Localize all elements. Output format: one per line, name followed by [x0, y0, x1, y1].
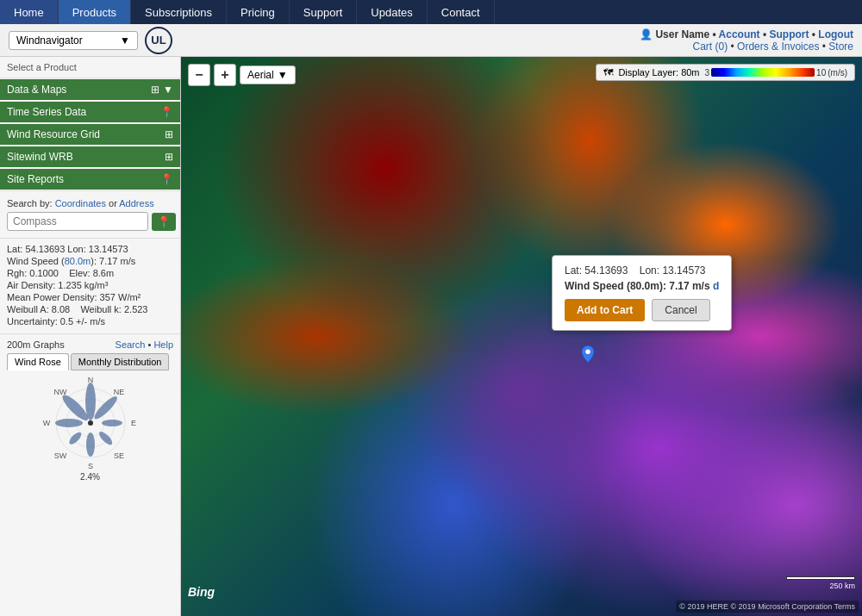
percent-label: 2.4%	[7, 472, 173, 482]
lat-value: Lat: 54.13693	[7, 244, 65, 254]
top-navigation: Home Products Subscriptions Pricing Supp…	[0, 0, 862, 24]
lon-value: Lon: 13.14573	[67, 244, 128, 254]
logout-link[interactable]: Logout	[818, 28, 853, 40]
grid-icon-3: ⊞	[165, 151, 173, 163]
nav-contact[interactable]: Contact	[428, 0, 495, 24]
aerial-arrow-icon: ▼	[278, 69, 288, 81]
mean-power-row: Mean Power Density: 357 W/m²	[7, 292, 173, 302]
wind-speed-height: 80.0m	[65, 256, 91, 266]
graphs-section: 200m Graphs Search • Help Wind Rose Mont…	[0, 333, 180, 487]
tab-monthly-distribution[interactable]: Monthly Distribution	[71, 353, 170, 370]
search-by-row: Search by: Coordinates or Address	[7, 198, 173, 208]
zoom-out-button[interactable]: −	[188, 64, 210, 86]
graphs-title: 200m Graphs	[7, 339, 65, 350]
popup-coordinates: Lat: 54.13693 Lon: 13.14573	[565, 264, 719, 277]
sidebar-item-wind-resource[interactable]: Wind Resource Grid ⊞	[0, 124, 180, 145]
popup-lat: Lat: 54.13693	[565, 264, 628, 277]
nav-subscriptions[interactable]: Subscriptions	[131, 0, 227, 24]
svg-text:NE: NE	[113, 388, 124, 396]
tab-wind-rose[interactable]: Wind Rose	[7, 353, 69, 370]
graphs-title-row: 200m Graphs Search • Help	[7, 339, 173, 350]
cancel-button[interactable]: Cancel	[652, 299, 709, 321]
ul-logo: UL	[145, 27, 172, 54]
svg-point-14	[97, 430, 114, 447]
cart-link[interactable]: Cart (0)	[693, 40, 728, 53]
svg-text:E: E	[130, 419, 135, 427]
display-layer-badge: 🗺 Display Layer: 80m 3 10 (m/s)	[596, 64, 855, 81]
wind-detail-link[interactable]: d	[713, 280, 719, 292]
wind-rose-svg: N S W E NE SE NW SW	[43, 376, 138, 470]
support-link[interactable]: Support	[769, 28, 809, 40]
color-scale-bar	[711, 68, 815, 77]
svg-text:SW: SW	[53, 451, 66, 460]
scale-line	[786, 576, 855, 580]
layers-icon: 🗺	[603, 67, 613, 78]
lat-lon-row: Lat: 54.13693 Lon: 13.14573	[7, 244, 173, 254]
scale-max: 10	[816, 68, 826, 78]
sidebar-item-data-maps[interactable]: Data & Maps ⊞ ▼	[0, 79, 180, 100]
wind-rose-chart: N S W E NE SE NW SW	[7, 376, 173, 470]
color-scale: 3 10 (m/s)	[705, 68, 847, 78]
product-select-dropdown[interactable]: Windnavigator ▼	[9, 31, 138, 50]
scale-bar: 250 km	[786, 576, 855, 590]
rgh-value: Rgh: 0.1000	[7, 268, 59, 278]
sidebar-label-time-series: Time Series Data	[7, 106, 86, 118]
product-name-label: Windnavigator	[16, 34, 83, 47]
orders-link[interactable]: Orders & Invoices	[737, 40, 819, 53]
info-popup: Lat: 54.13693 Lon: 13.14573 Wind Speed (…	[552, 255, 732, 331]
pin-icon-2: 📍	[160, 173, 173, 185]
svg-point-13	[102, 420, 122, 426]
grid-icon: ⊞	[151, 84, 159, 96]
sidebar-item-sitewind[interactable]: Sitewind WRB ⊞	[0, 146, 180, 167]
map-toolbar: − + Aerial ▼	[188, 64, 296, 86]
svg-text:NW: NW	[53, 388, 66, 396]
svg-text:S: S	[87, 462, 92, 470]
copyright-text: © 2019 HERE © 2019 Microsoft Corporation…	[676, 600, 859, 613]
popup-lon: Lon: 13.14573	[640, 264, 706, 277]
search-by-label: Search by:	[7, 198, 53, 208]
svg-text:W: W	[43, 419, 51, 427]
main-layout: Select a Product Data & Maps ⊞ ▼ Time Se…	[0, 57, 862, 616]
sidebar: Select a Product Data & Maps ⊞ ▼ Time Se…	[0, 57, 181, 616]
account-link[interactable]: Account	[719, 28, 760, 40]
address-link[interactable]: Address	[119, 198, 153, 208]
aerial-label: Aerial	[247, 69, 274, 81]
nav-updates[interactable]: Updates	[357, 0, 427, 24]
svg-point-20	[585, 350, 590, 354]
sidebar-item-site-reports[interactable]: Site Reports 📍	[0, 169, 180, 190]
cart-row: Cart (0) • Orders & Invoices • Store	[640, 40, 853, 53]
nav-support[interactable]: Support	[290, 0, 358, 24]
svg-point-19	[88, 420, 93, 426]
graph-search-link[interactable]: Search	[116, 339, 146, 350]
sidebar-label-data-maps: Data & Maps	[7, 84, 66, 96]
select-product-label: Select a Product	[0, 57, 180, 78]
display-layer-label: Display Layer: 80m	[618, 67, 699, 78]
sidebar-label-sitewind: Sitewind WRB	[7, 151, 73, 163]
scale-min: 3	[705, 68, 710, 78]
wind-speed-row: Wind Speed (80.0m): 7.17 m/s	[7, 256, 173, 266]
sidebar-item-time-series[interactable]: Time Series Data 📍	[0, 102, 180, 122]
nav-home[interactable]: Home	[0, 0, 59, 24]
compass-input[interactable]	[7, 212, 148, 231]
compass-input-row: 📍 ✓	[7, 212, 173, 231]
zoom-in-button[interactable]: +	[214, 64, 236, 86]
aerial-dropdown[interactable]: Aerial ▼	[240, 65, 296, 84]
svg-text:SE: SE	[113, 451, 123, 460]
nav-products[interactable]: Products	[59, 0, 131, 24]
popup-buttons: Add to Cart Cancel	[565, 299, 719, 321]
add-to-cart-button[interactable]: Add to Cart	[565, 299, 645, 321]
weibull-k: Weibull k: 2.523	[80, 304, 147, 314]
store-link[interactable]: Store	[828, 40, 853, 53]
header-left: Windnavigator ▼ UL	[9, 27, 172, 54]
scale-unit: (m/s)	[828, 68, 847, 78]
coordinates-link[interactable]: Coordinates	[55, 198, 106, 208]
sidebar-label-wind-resource: Wind Resource Grid	[7, 128, 100, 140]
compass-location-button[interactable]: 📍	[152, 213, 176, 231]
nav-pricing[interactable]: Pricing	[227, 0, 290, 24]
map-area[interactable]: − + Aerial ▼ 🗺 Display Layer: 80m 3 10 (…	[181, 57, 862, 616]
popup-wind-label: Wind Speed (80.0m): 7.17 m/s	[565, 280, 713, 292]
svg-point-12	[91, 394, 120, 422]
pin-icon: 📍	[160, 106, 173, 118]
graph-help-link[interactable]: Help	[153, 339, 173, 350]
popup-wind-speed: Wind Speed (80.0m): 7.17 m/s d	[565, 280, 719, 292]
